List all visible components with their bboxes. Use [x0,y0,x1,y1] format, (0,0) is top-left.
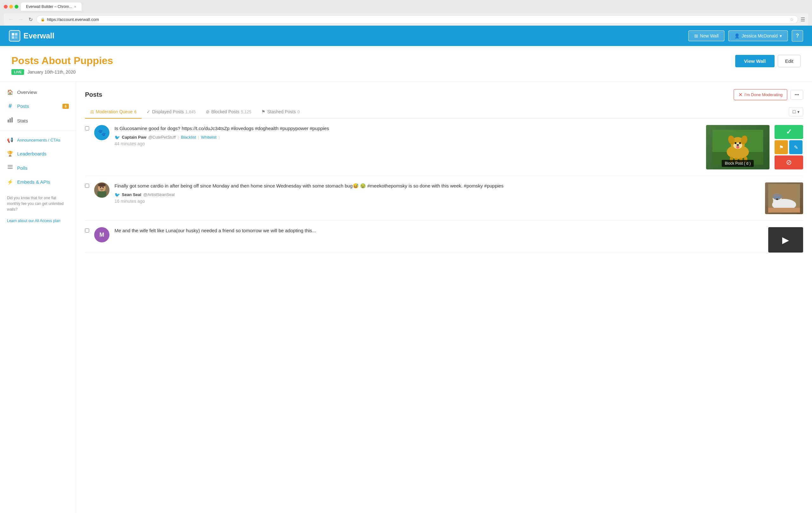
more-options-button[interactable]: ••• [790,90,803,99]
user-icon: 👤 [734,33,740,38]
table-row: M Me and the wife felt like Luna(our hus… [85,221,803,253]
done-moderating-label: I'm Done Moderating [745,92,783,97]
tabs: ⚖ Moderation Queue 6 ✓ Displayed Posts 1… [85,105,803,119]
tab-moderation-queue[interactable]: ⚖ Moderation Queue 6 [85,105,142,119]
polls-icon [7,164,13,171]
sidebar-label-stats: Stats [17,118,28,123]
svg-point-18 [739,142,741,144]
edit-button[interactable]: Edit [778,55,801,67]
url-text: https://account.everwall.com [47,17,99,22]
select-dropdown-button[interactable]: ☐ ▾ [789,107,803,116]
sidebar-label-announcements: Announcements / CTAs [17,138,60,142]
approve-button[interactable]: ✓ [775,125,803,139]
post-time: 44 minutes ago [115,141,145,146]
svg-rect-9 [8,168,13,169]
sidebar-item-embeds[interactable]: ⚡ Embeds & APIs [0,175,76,189]
svg-rect-1 [15,33,18,35]
blacklist-link[interactable]: Blacklist [181,135,196,140]
logo-icon [9,30,20,41]
view-wall-button[interactable]: View Wall [735,55,775,67]
posts-badge: 6 [62,104,69,109]
tab-moderation-count: 6 [134,110,136,114]
svg-rect-4 [8,120,9,122]
user-menu-button[interactable]: 👤 Jessica McDonald ▾ [728,30,788,41]
svg-rect-5 [9,118,11,122]
sidebar-footer-link[interactable]: Learn about our All Access plan [7,219,60,223]
page-date: January 10th-11th, 2020 [27,69,76,75]
separator: ( [178,135,179,140]
stash-button[interactable]: ⚑ [775,140,788,154]
forward-button[interactable]: → [17,16,25,23]
post-checkbox-3[interactable] [85,228,89,232]
tab-close-icon[interactable]: ✕ [74,5,77,8]
svg-rect-7 [8,165,13,166]
svg-point-30 [98,183,106,187]
whitelist-link[interactable]: Whitelist [201,135,216,140]
post-body: Is Glucosamine good for dogs? https://t.… [115,125,701,146]
post-author: Captain Paw [122,135,146,140]
post-body: Me and the wife felt like Luna(our husky… [115,227,763,237]
sidebar-item-leaderboards[interactable]: 🏆 Leaderboards [0,147,76,161]
posts-list: 🐾 Is Glucosamine good for dogs? https://… [85,119,803,253]
post-text: Me and the wife felt like Luna(our husky… [115,227,763,234]
tab-moderation-label: Moderation Queue [96,109,133,114]
svg-point-28 [100,187,101,188]
bookmark-icon[interactable]: ☆ [790,17,794,22]
svg-point-19 [736,144,739,146]
refresh-button[interactable]: ↻ [27,16,34,23]
post-text: Is Glucosamine good for dogs? https://t.… [115,125,701,132]
page-container: Posts About Puppies LIVE January 10th-11… [0,46,812,513]
post-actions: ✓ ⚑ ✎ ⊘ [775,125,803,169]
sidebar-footer: Did you know that for one flat monthly f… [0,189,76,230]
window-minimize-dot[interactable] [9,5,13,8]
sidebar-item-polls[interactable]: Polls [0,161,76,175]
tab-stashed-count: 0 [297,110,300,114]
post-checkbox-2[interactable] [85,184,89,188]
sidebar-item-announcements[interactable]: 📢 Announcements / CTAs [0,133,76,147]
post-meta: 🐦 Captain Paw @CutePetStuff ( Blacklist … [115,135,701,140]
new-wall-button[interactable]: ⊞ New Wall [688,30,725,41]
done-moderating-button[interactable]: ✕ I'm Done Moderating [734,89,787,100]
svg-point-17 [734,142,736,144]
lock-icon: 🔒 [40,18,45,22]
block-button[interactable]: ⊘ [775,155,803,169]
browser-tab[interactable]: Everwall Builder – Chrom... ✕ [21,3,82,11]
window-maximize-dot[interactable] [14,5,19,8]
sidebar-divider [0,131,76,131]
logo-text: Everwall [24,31,54,40]
back-button[interactable]: ← [7,16,14,23]
content-layout: 🏠 Overview # Posts 6 Stats [0,82,812,513]
sidebar-label-embeds: Embeds & APIs [17,179,50,184]
tab-stashed-posts[interactable]: ⚑ Stashed Posts 0 [256,105,305,119]
window-close-dot[interactable] [4,5,8,8]
tab-blocked-posts[interactable]: ⊘ Blocked Posts 5,125 [201,105,256,119]
post-image: ▶ [768,227,803,253]
tabs-actions: ☐ ▾ [789,107,803,116]
browser-menu-icon[interactable]: ☰ [801,17,805,23]
post-checkbox-1[interactable] [85,126,89,131]
live-badge: LIVE [11,69,24,75]
twitter-icon: 🐦 [115,192,120,197]
edit-post-button[interactable]: ✎ [789,140,803,154]
post-secondary-actions: ⚑ ✎ [775,140,803,154]
pencil-icon: ✎ [794,144,798,150]
hash-icon: # [7,103,13,110]
svg-rect-23 [740,158,743,163]
post-image [765,182,803,214]
checkbox-icon: ☐ [792,110,796,114]
tab-displayed-posts[interactable]: ✓ Displayed Posts 1,845 [142,105,201,119]
sidebar-label-leaderboards: Leaderboards [17,151,47,156]
help-button[interactable]: ? [792,30,803,41]
table-row: Finally got some cardio in after being o… [85,176,803,221]
x-icon: ✕ [738,92,743,98]
svg-rect-2 [12,36,14,39]
sidebar-label-posts: Posts [17,104,29,109]
page-title: Posts About Puppies [11,55,113,67]
sidebar-item-posts[interactable]: # Posts 6 [0,99,76,113]
sidebar-item-stats[interactable]: Stats [0,113,76,128]
svg-rect-0 [12,33,14,35]
address-bar[interactable]: 🔒 https://account.everwall.com ☆ [36,15,798,24]
post-handle: @ArtistSeanSeal [143,192,174,197]
sidebar-item-overview[interactable]: 🏠 Overview [0,85,76,99]
main-title: Posts [85,91,102,98]
